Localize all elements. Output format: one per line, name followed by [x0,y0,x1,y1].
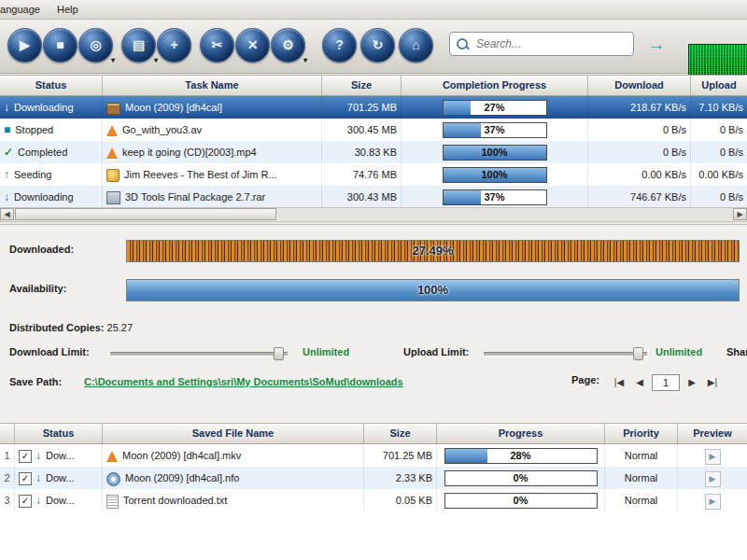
refresh-button[interactable]: ↻ [360,28,395,63]
file-progress-label: 0% [445,494,597,508]
column-header-upload[interactable]: Upload [691,76,747,95]
stop-button[interactable]: ■ [43,28,78,63]
first-page-button[interactable]: |◀ [611,374,627,390]
column-header-status[interactable]: Status [0,76,103,95]
file-row[interactable]: 3 ✓↓Dow... Torrent downloaded.txt 0.05 K… [0,489,747,511]
task-row[interactable]: ↓Downloading 3D Tools Final Package 2.7.… [0,186,747,208]
row-number: 1 [0,444,15,467]
task-row[interactable]: ↓Downloading Moon (2009) [dh4cal] 701.25… [0,96,747,119]
file-name: Torrent downloaded.txt [123,495,227,506]
column-header-progress[interactable]: Completion Progress [402,76,588,95]
menu-item-language[interactable]: Language [0,2,49,17]
downloading-icon: ↓ [4,101,9,114]
slider-handle[interactable] [274,347,284,360]
file-row[interactable]: 2 ✓↓Dow... Moon (2009) [dh4cal].nfo 2.33… [0,467,747,489]
file-progress-bar: 0% [444,493,598,509]
search-input[interactable] [474,36,627,51]
network-button[interactable]: ◎▾ [78,28,113,63]
preview-button[interactable]: ▶ [705,471,721,487]
downloaded-label: Downloaded: [9,244,74,255]
scrollbar-thumb[interactable] [15,208,276,220]
save-path-label: Save Path: [9,376,62,387]
menu-bar: Language Help [0,0,747,20]
task-size: 701.25 MB [322,96,402,119]
progress-label: 27% [444,101,546,115]
progress-label: 100% [444,146,546,160]
file-progress-label: 0% [445,471,597,485]
column-header-preview[interactable]: Preview [678,424,747,443]
file-name: Moon (2009) [dh4cal].nfo [125,472,239,483]
tasks-table: Status Task Name Size Completion Progres… [0,75,747,208]
next-page-button[interactable]: ▶ [684,374,700,390]
add-task-button[interactable]: + [157,28,191,63]
row-number: 3 [0,489,15,511]
settings-button[interactable]: ⚙▾ [271,28,305,63]
search-icon [456,37,469,50]
save-path-link[interactable]: C:\Documents and Settings\sri\My Documen… [84,376,403,387]
column-header-download[interactable]: Download [588,76,691,95]
menu-item-help[interactable]: Help [49,2,87,17]
downloaded-pieces-bar: 27.49% [126,240,740,262]
file-checkbox[interactable]: ✓ [19,472,32,485]
files-table-header: Status Saved File Name Size Progress Pri… [0,423,747,444]
file-row[interactable]: 1 ✓↓Dow... Moon (2009) [dh4cal].mkv 701.… [0,444,747,467]
delete-button[interactable]: ✕ [235,28,270,63]
file-size: 701.25 MB [364,444,437,467]
column-header-priority[interactable]: Priority [605,424,678,443]
upload-speed: 0 B/s [691,119,747,141]
file-checkbox[interactable]: ✓ [19,495,32,508]
open-file-button[interactable]: ▤▾ [121,28,156,63]
upload-limit-value: Unlimited [655,346,702,357]
column-header-file-size[interactable]: Size [364,424,437,443]
status-label: Downloading [14,102,74,113]
task-name: Moon (2009) [dh4cal] [125,102,222,113]
download-limit-label: Download Limit: [9,346,90,357]
column-header-file-status[interactable]: Status [15,424,103,443]
file-type-icon [106,495,119,509]
start-button[interactable]: ▶ [7,28,42,63]
home-button[interactable]: ⌂ [399,28,433,63]
horizontal-scrollbar[interactable]: ◀ ▶ [0,207,747,222]
download-limit-slider[interactable] [110,346,288,359]
progress-bar: 100% [443,145,547,161]
slider-handle[interactable] [633,347,643,360]
preview-button[interactable]: ▶ [705,449,721,465]
task-row[interactable]: ■Stopped Go_with_you3.av 300.45 MB 37% 0… [0,119,747,141]
prev-page-button[interactable]: ◀ [631,374,648,390]
file-checkbox[interactable]: ✓ [19,450,32,463]
last-page-button[interactable]: ▶| [704,374,721,390]
status-label: Seeding [14,169,51,180]
downloading-icon: ↓ [35,494,41,507]
column-header-task-name[interactable]: Task Name [103,76,322,95]
preview-button[interactable]: ▶ [705,494,721,510]
help-button[interactable]: ? [322,28,357,63]
details-panel: Downloaded: 27.49% Availability: 100% Di… [0,224,747,424]
column-header-file-progress[interactable]: Progress [437,424,605,443]
task-size: 74.76 MB [322,163,402,186]
task-size: 300.43 MB [322,186,402,208]
task-name: keep it going (CD)[2003].mp4 [122,147,257,158]
task-size: 300.45 MB [322,119,402,141]
column-header-size[interactable]: Size [322,76,402,95]
page-number-input[interactable]: 1 [652,374,680,391]
availability-bar: 100% [126,279,740,301]
file-type-icon [106,169,120,182]
task-size: 30.83 KB [322,141,402,163]
file-priority: Normal [605,467,678,489]
stopped-icon: ■ [4,123,10,136]
task-row[interactable]: ↑Seeding Jim Reeves - The Best of Jim R.… [0,163,747,186]
seeding-icon: ↑ [4,168,9,181]
scroll-right-button[interactable]: ▶ [733,208,747,220]
tools-button[interactable]: ✂ [200,28,234,63]
availability-percent: 100% [127,280,739,301]
file-type-icon [106,147,118,159]
dropdown-arrow-icon: ▾ [111,57,115,64]
search-go-button[interactable]: → [644,33,669,57]
file-type-icon [106,451,118,462]
task-row[interactable]: ✓Completed keep it going (CD)[2003].mp4 … [0,141,747,163]
progress-label: 100% [444,168,546,182]
column-header-saved-file-name[interactable]: Saved File Name [103,424,364,443]
upload-limit-slider[interactable] [484,346,647,359]
file-type-icon [106,472,120,486]
scroll-left-button[interactable]: ◀ [0,208,14,220]
